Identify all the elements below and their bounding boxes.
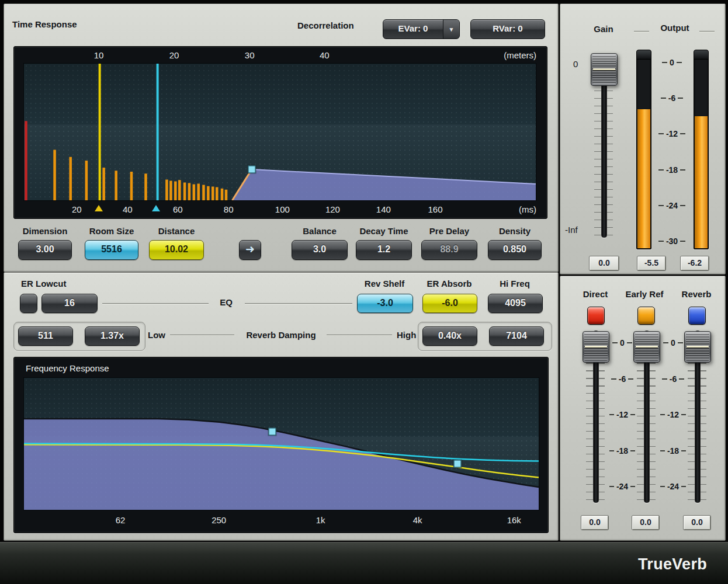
ms-tick: 20: [72, 204, 82, 214]
damp-high-freq-control[interactable]: 7104: [489, 326, 544, 346]
footer-bar: TrueVerb: [0, 542, 728, 584]
damp-high-ratio-control[interactable]: 0.40x: [422, 326, 477, 346]
fader-scale-label: 0: [671, 338, 675, 347]
er-lowcut-toggle[interactable]: [20, 294, 37, 313]
damping-divider-line: [170, 335, 234, 336]
reverb-value-display[interactable]: 0.0: [684, 516, 710, 530]
mixer-panel: Direct Early Ref Reverb 0 -6 -12 -18 -24…: [560, 276, 726, 541]
evar-value: EVar: 0: [383, 20, 443, 39]
reverb-damping-label: Reverb Damping: [237, 330, 325, 340]
meter-left-value-display[interactable]: -5.5: [637, 256, 665, 270]
fader-scale-label: -24: [616, 482, 628, 491]
output-panel: Gain Output 0 -Inf 0 -6 -12 -18 -24 -30 …: [560, 4, 726, 274]
time-response-svg: [24, 64, 536, 200]
gain-value-display[interactable]: 0.0: [590, 256, 619, 270]
output-meter-scale: 0 -6 -12 -18 -24 -30: [651, 58, 692, 246]
damp-low-ratio-control[interactable]: 1.37x: [85, 326, 140, 346]
reverb-level-handle[interactable]: [248, 166, 255, 173]
er-lowcut-label: ER Lowcut: [21, 279, 67, 288]
low-label: Low: [148, 330, 165, 340]
rvar-value: RVar: 0: [471, 20, 545, 39]
balance-control[interactable]: 3.0: [292, 240, 348, 260]
meters-tick: 30: [245, 50, 255, 60]
param-room-size: Room Size 5516: [85, 226, 138, 260]
hi-freq-label: Hi Freq: [488, 279, 542, 288]
ms-tick: 40: [123, 204, 133, 214]
damping-handle[interactable]: [268, 428, 276, 436]
density-control[interactable]: 0.850: [488, 240, 542, 260]
fader-scale-label: -24: [667, 482, 679, 491]
evar-dropdown[interactable]: EVar: 0 ▼: [383, 19, 460, 39]
rev-shelf-control[interactable]: -3.0: [357, 294, 413, 313]
shelf-handle[interactable]: [453, 460, 461, 467]
early-ref-label: Early Ref: [621, 289, 668, 299]
frequency-response-plot[interactable]: [23, 377, 539, 510]
direct-fader-knob[interactable]: [583, 331, 609, 363]
dropdown-arrow-glyph: ▼: [449, 26, 455, 33]
param-label: Decay Time: [356, 226, 412, 237]
hi-freq-control[interactable]: 4095: [488, 294, 543, 313]
trueverb-plugin: Time Response Decorrelation EVar: 0 ▼ RV…: [0, 0, 728, 584]
transfer-arrow-button[interactable]: ➜: [239, 240, 261, 260]
direct-value-display[interactable]: 0.0: [581, 516, 608, 530]
meters-tick: 20: [169, 50, 179, 60]
er-absorb-control[interactable]: -6.0: [422, 294, 477, 313]
fader-scale-label: -18: [667, 446, 679, 456]
meter-right-value-display[interactable]: -6.2: [681, 256, 709, 270]
reverb-marker-triangle-icon[interactable]: [152, 205, 160, 211]
meter-scale-label: -24: [666, 201, 678, 210]
room-params-row: Dimension 3.00 Room Size 5516 Distance 1…: [4, 226, 558, 268]
gain-fader-knob[interactable]: [591, 53, 618, 86]
param-dimension: Dimension 3.00: [18, 226, 72, 260]
reverb-fader-knob[interactable]: [684, 331, 711, 363]
output-meter-left: [636, 50, 651, 249]
meter-scale-label: -30: [666, 237, 678, 246]
time-response-graph: 10 20 30 40 (meters) 20: [13, 46, 547, 219]
param-label: Distance: [149, 226, 204, 237]
time-response-plot[interactable]: [23, 63, 536, 201]
ms-tick: 100: [275, 204, 290, 214]
early-ref-fader-knob[interactable]: [633, 331, 660, 363]
er-lowcut-control[interactable]: 16: [41, 294, 98, 313]
ms-tick: 120: [325, 204, 340, 214]
reverb-envelope-area: [233, 169, 536, 200]
time-response-title: Time Response: [12, 19, 77, 29]
time-response-panel: Time Response Decorrelation EVar: 0 ▼ RV…: [4, 4, 559, 272]
gain-label: Gain: [586, 24, 621, 34]
meters-axis: 10 20 30 40 (meters): [23, 48, 536, 63]
direct-mute-button[interactable]: [587, 307, 605, 325]
meter-cap: [637, 50, 651, 60]
fader-scale-label: -6: [670, 374, 677, 384]
mixer-scale-right: 0 -6 -12 -18 -24: [660, 338, 686, 491]
pre-delay-control[interactable]: 88.9: [421, 240, 477, 260]
reverb-mute-button[interactable]: [688, 307, 706, 325]
freq-tick: 250: [212, 515, 226, 525]
meter-scale-label: -6: [668, 93, 675, 103]
room-size-control[interactable]: 5516: [85, 240, 138, 260]
distance-control[interactable]: 10.02: [149, 240, 204, 260]
high-label: High: [397, 330, 416, 340]
damp-low-freq-control[interactable]: 511: [18, 326, 73, 346]
decorrelation-label: Decorrelation: [297, 20, 354, 30]
gain-top-scale-label: 0: [573, 59, 578, 69]
decay-time-control[interactable]: 1.2: [356, 240, 412, 260]
output-dash: [699, 31, 715, 32]
freq-tick: 1k: [316, 515, 325, 525]
output-label: Output: [653, 23, 697, 33]
meters-tick: 10: [94, 50, 104, 60]
meter-fill-right: [695, 116, 708, 248]
frequency-response-graph: Frequency Response 62 250 1k 4k 16k: [13, 357, 549, 533]
eq-divider-line: [245, 303, 352, 304]
param-label: Dimension: [18, 226, 72, 237]
ms-tick: 160: [428, 204, 443, 214]
early-ref-value-display[interactable]: 0.0: [632, 516, 659, 530]
dimension-control[interactable]: 3.00: [18, 240, 72, 260]
eq-divider-line: [102, 303, 209, 304]
early-marker-triangle-icon[interactable]: [95, 205, 103, 211]
early-ref-mute-button[interactable]: [637, 307, 655, 325]
dropdown-arrow-icon[interactable]: ▼: [443, 20, 459, 39]
rvar-dropdown[interactable]: RVar: 0: [470, 19, 545, 39]
meter-scale-label: -18: [666, 165, 678, 175]
fader-scale-label: -12: [616, 410, 628, 419]
gain-bottom-scale-label: -Inf: [565, 225, 578, 235]
